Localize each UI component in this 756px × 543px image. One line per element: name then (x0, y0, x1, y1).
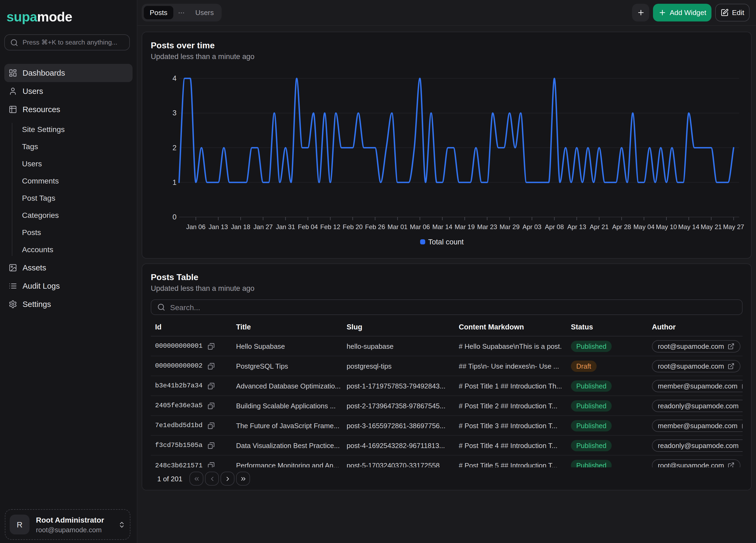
svg-text:4: 4 (173, 74, 177, 82)
svg-text:Mar 06: Mar 06 (410, 223, 430, 230)
svg-text:Mar 19: Mar 19 (455, 223, 475, 230)
svg-text:Mar 23: Mar 23 (477, 223, 497, 230)
svg-text:Apr 08: Apr 08 (545, 223, 564, 230)
svg-text:Jan 06: Jan 06 (186, 223, 205, 230)
svg-text:Feb 26: Feb 26 (365, 223, 385, 230)
svg-text:0: 0 (173, 213, 177, 221)
svg-text:May 14: May 14 (678, 223, 699, 230)
svg-text:Jan 31: Jan 31 (276, 223, 295, 230)
svg-text:1: 1 (173, 178, 177, 186)
svg-text:Jan 13: Jan 13 (209, 223, 228, 230)
svg-text:May 10: May 10 (656, 223, 677, 230)
svg-text:Apr 13: Apr 13 (567, 223, 586, 230)
svg-text:Jan 27: Jan 27 (254, 223, 273, 230)
svg-text:Mar 14: Mar 14 (432, 223, 452, 230)
svg-text:Mar 01: Mar 01 (387, 223, 408, 230)
svg-text:Jan 18: Jan 18 (231, 223, 250, 230)
svg-text:May 21: May 21 (701, 223, 722, 230)
svg-text:3: 3 (173, 109, 177, 117)
svg-text:2: 2 (173, 144, 177, 152)
svg-text:Total count: Total count (428, 238, 464, 246)
svg-text:Mar 29: Mar 29 (500, 223, 520, 230)
svg-text:Feb 04: Feb 04 (298, 223, 318, 230)
svg-text:May 04: May 04 (633, 223, 655, 230)
svg-text:May 27: May 27 (723, 223, 744, 230)
svg-text:Apr 21: Apr 21 (590, 223, 609, 230)
svg-text:Feb 20: Feb 20 (343, 223, 363, 230)
svg-text:Feb 12: Feb 12 (320, 223, 340, 230)
svg-text:Apr 03: Apr 03 (522, 223, 541, 230)
svg-text:Apr 28: Apr 28 (612, 223, 631, 230)
